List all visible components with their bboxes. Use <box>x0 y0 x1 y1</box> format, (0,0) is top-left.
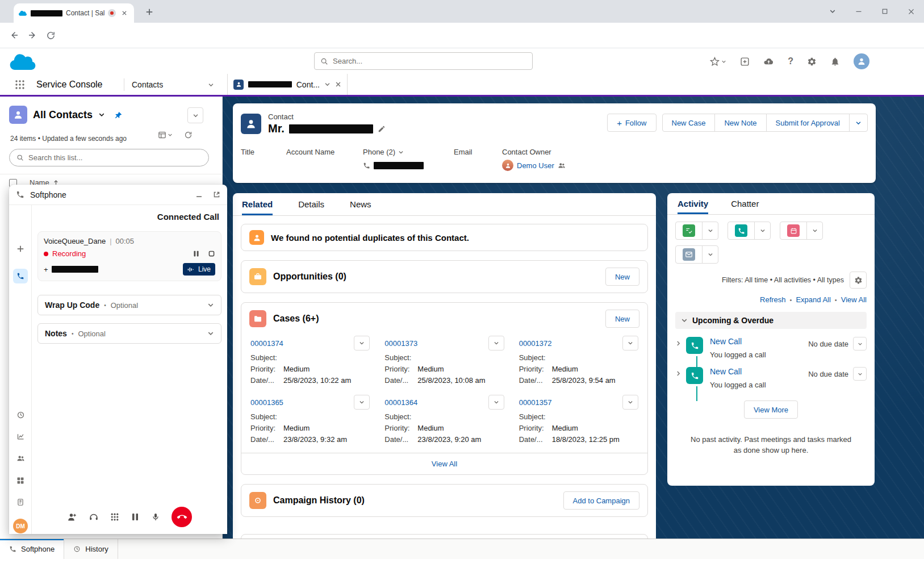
section-chevron-down-icon[interactable] <box>681 317 688 324</box>
cases-new-button[interactable]: New <box>605 310 639 328</box>
phone-chevron-down-icon[interactable] <box>398 149 404 155</box>
expand-all-link[interactable]: Expand All <box>796 295 830 304</box>
add-app-icon[interactable] <box>740 57 750 66</box>
notes-chevron-down-icon[interactable] <box>207 330 214 337</box>
tab-news[interactable]: News <box>350 193 371 215</box>
case-number-link[interactable]: 00001372 <box>519 339 552 348</box>
new-event-button[interactable] <box>780 222 806 239</box>
case-number-link[interactable]: 00001364 <box>384 398 417 407</box>
timeline-item-title[interactable]: New Call <box>710 337 742 346</box>
follow-button[interactable]: + Follow <box>607 114 656 132</box>
tab-details[interactable]: Details <box>298 193 324 215</box>
apps-grid-icon[interactable] <box>13 473 28 488</box>
list-search[interactable] <box>9 149 209 166</box>
view-all-link[interactable]: View All <box>841 295 867 304</box>
case-row-chevron-down-icon[interactable] <box>354 395 370 410</box>
case-row-chevron-down-icon[interactable] <box>354 336 370 350</box>
activity-settings-gear-icon[interactable] <box>850 272 867 289</box>
view-more-button[interactable]: View More <box>744 400 798 419</box>
new-task-button[interactable] <box>676 222 702 239</box>
list-search-input[interactable] <box>28 153 202 162</box>
notes-journal-icon[interactable] <box>13 495 28 510</box>
call-chevron-down-icon[interactable] <box>754 222 770 239</box>
event-chevron-down-icon[interactable] <box>806 222 822 239</box>
stats-chart-icon[interactable] <box>13 429 28 444</box>
field-label-phone[interactable]: Phone (2) <box>363 148 454 156</box>
timeline-expand-chevron-right-icon[interactable] <box>675 340 681 347</box>
new-tab-button[interactable] <box>142 5 157 19</box>
workspace-tab-close-icon[interactable] <box>335 81 341 87</box>
campaign-history-title[interactable]: Campaign History (0) <box>273 495 365 506</box>
add-to-campaign-button[interactable]: Add to Campaign <box>563 491 639 510</box>
tab-chatter[interactable]: Chatter <box>731 193 759 214</box>
edit-name-pencil-icon[interactable] <box>378 125 386 133</box>
stop-recording-icon[interactable] <box>208 250 215 257</box>
case-row-chevron-down-icon[interactable] <box>488 336 504 350</box>
mute-mic-icon[interactable] <box>151 512 160 521</box>
submit-for-approval-button[interactable]: Submit for Approval <box>766 114 850 132</box>
wrap-up-code-row[interactable]: Wrap Up Code • Optional <box>37 295 221 315</box>
case-number-link[interactable]: 00001374 <box>250 339 283 348</box>
nav-tab-contacts[interactable]: Contacts <box>132 80 163 89</box>
minimize-icon[interactable] <box>195 191 203 198</box>
nav-tab-chevron-down-icon[interactable] <box>208 82 214 88</box>
cases-view-all-link[interactable]: View All <box>432 460 457 468</box>
cloud-upload-icon[interactable] <box>763 56 774 67</box>
workspace-tab-chevron-down-icon[interactable] <box>324 81 331 87</box>
notes-row[interactable]: Notes • Optional <box>37 323 221 344</box>
workspace-tab-contact[interactable]: Cont... <box>227 74 348 95</box>
upcoming-overdue-section[interactable]: Upcoming & Overdue <box>675 312 867 329</box>
owner-link[interactable]: Demo User <box>517 161 554 170</box>
window-minimize-button[interactable] <box>846 0 872 23</box>
timeline-item-chevron-down-icon[interactable] <box>853 367 867 381</box>
new-call-plus-icon[interactable] <box>13 241 28 256</box>
wrap-up-chevron-down-icon[interactable] <box>207 302 214 308</box>
more-actions-chevron-down-icon[interactable] <box>849 114 868 132</box>
new-note-button[interactable]: New Note <box>714 114 766 132</box>
refresh-link[interactable]: Refresh <box>760 295 786 304</box>
popout-icon[interactable] <box>213 191 220 198</box>
case-row-chevron-down-icon[interactable] <box>488 395 504 410</box>
forward-icon[interactable] <box>24 27 41 44</box>
change-owner-icon[interactable] <box>558 161 566 169</box>
conference-add-person-icon[interactable] <box>67 512 77 522</box>
log-call-button[interactable] <box>728 222 754 239</box>
call-history-clock-icon[interactable] <box>13 407 28 422</box>
agent-avatar[interactable]: DM <box>13 519 28 533</box>
pin-icon[interactable] <box>114 111 123 119</box>
pause-recording-icon[interactable] <box>193 250 200 257</box>
user-avatar[interactable] <box>854 53 869 69</box>
help-icon[interactable]: ? <box>788 56 793 66</box>
email-chevron-down-icon[interactable] <box>702 246 718 263</box>
notifications-bell-icon[interactable] <box>830 57 840 66</box>
app-launcher-icon[interactable] <box>15 80 25 90</box>
new-case-button[interactable]: New Case <box>662 114 716 132</box>
cases-title[interactable]: Cases (6+) <box>273 314 319 324</box>
case-number-link[interactable]: 00001365 <box>250 398 283 407</box>
active-call-phone-icon[interactable] <box>13 269 28 283</box>
display-as-icon[interactable] <box>158 131 173 139</box>
window-maximize-button[interactable] <box>872 0 898 23</box>
softphone-header[interactable]: Softphone <box>9 185 227 205</box>
utility-softphone-tab[interactable]: Softphone <box>0 539 64 559</box>
timeline-item-title[interactable]: New Call <box>710 367 742 376</box>
back-icon[interactable] <box>6 27 23 44</box>
utility-history-tab[interactable]: History <box>64 539 118 559</box>
list-controls-chevron-down-icon[interactable] <box>187 107 203 123</box>
window-close-button[interactable] <box>898 0 924 23</box>
headset-icon[interactable] <box>89 512 99 522</box>
refresh-icon[interactable] <box>184 131 193 139</box>
case-row-chevron-down-icon[interactable] <box>622 336 638 350</box>
opportunities-new-button[interactable]: New <box>605 268 639 286</box>
tab-close-icon[interactable] <box>119 8 129 18</box>
end-call-button[interactable] <box>172 507 192 527</box>
timeline-expand-chevron-right-icon[interactable] <box>675 370 681 377</box>
timeline-item-chevron-down-icon[interactable] <box>853 337 867 350</box>
tab-related[interactable]: Related <box>242 193 273 215</box>
global-search[interactable] <box>314 52 533 70</box>
case-row-chevron-down-icon[interactable] <box>622 395 638 410</box>
hold-pause-icon[interactable] <box>131 512 140 521</box>
case-number-link[interactable]: 00001373 <box>384 339 417 348</box>
global-search-input[interactable] <box>333 57 526 65</box>
setup-gear-icon[interactable] <box>807 57 817 66</box>
